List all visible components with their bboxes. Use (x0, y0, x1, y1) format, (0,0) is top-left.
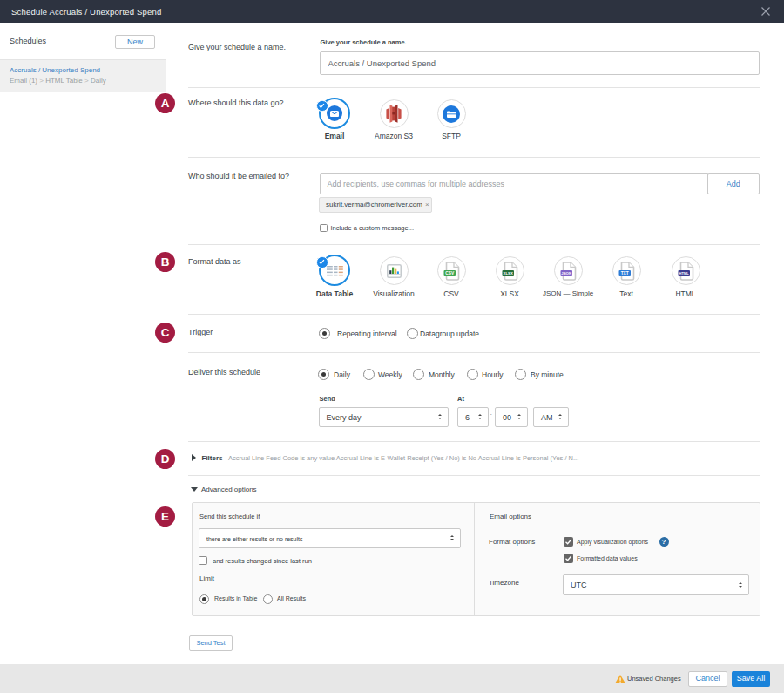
svg-text:CSV: CSV (445, 271, 455, 275)
svg-text:XLSX: XLSX (504, 271, 513, 275)
svg-text:HTML: HTML (679, 271, 690, 275)
svg-text:TXT: TXT (621, 271, 629, 275)
svg-text:JSON: JSON (561, 271, 571, 275)
